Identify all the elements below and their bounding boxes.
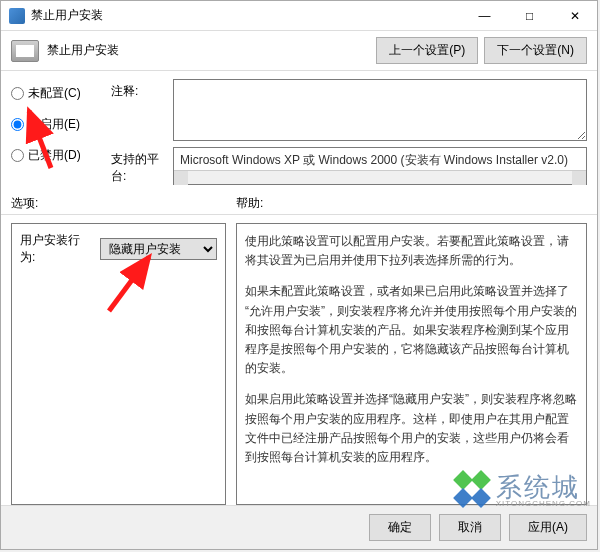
next-setting-button[interactable]: 下一个设置(N) xyxy=(484,37,587,64)
comment-row: 注释: xyxy=(111,79,587,141)
radio-enabled-label: 已启用(E) xyxy=(28,116,80,133)
watermark-en: XITONGCHENG.COM xyxy=(496,500,591,508)
titlebar: 禁止用户安装 — □ ✕ xyxy=(1,1,597,31)
help-header: 帮助: xyxy=(236,195,587,212)
close-button[interactable]: ✕ xyxy=(552,1,597,31)
behavior-row: 用户安装行为: 隐藏用户安装 xyxy=(20,232,217,266)
help-paragraph-3: 如果启用此策略设置并选择“隐藏用户安装”，则安装程序将忽略按照每个用户安装的应用… xyxy=(245,390,578,467)
platform-row: 支持的平台: Microsoft Windows XP 或 Windows 20… xyxy=(111,147,587,185)
radio-disabled[interactable]: 已禁用(D) xyxy=(11,147,111,164)
radio-disabled-label: 已禁用(D) xyxy=(28,147,81,164)
apply-button[interactable]: 应用(A) xyxy=(509,514,587,541)
behavior-label: 用户安装行为: xyxy=(20,232,94,266)
help-pane: 使用此策略设置可以配置用户安装。若要配置此策略设置，请将其设置为已启用并使用下拉… xyxy=(236,223,587,505)
window-title: 禁止用户安装 xyxy=(31,7,462,24)
ok-button[interactable]: 确定 xyxy=(369,514,431,541)
behavior-dropdown[interactable]: 隐藏用户安装 xyxy=(100,238,217,260)
top-section: 未配置(C) 已启用(E) 已禁用(D) 注释: 支持的平台: Microsof… xyxy=(1,71,597,189)
maximize-button[interactable]: □ xyxy=(507,1,552,31)
header-row: 禁止用户安装 上一个设置(P) 下一个设置(N) xyxy=(1,31,597,71)
comment-label: 注释: xyxy=(111,79,167,100)
state-radio-group: 未配置(C) 已启用(E) 已禁用(D) xyxy=(11,79,111,185)
radio-enabled[interactable]: 已启用(E) xyxy=(11,116,111,133)
columns-header: 选项: 帮助: xyxy=(1,189,597,214)
watermark-logo-icon xyxy=(452,471,492,511)
cancel-button[interactable]: 取消 xyxy=(439,514,501,541)
header-title: 禁止用户安装 xyxy=(47,42,370,59)
top-right-col: 注释: 支持的平台: Microsoft Windows XP 或 Window… xyxy=(111,79,587,185)
radio-not-configured-label: 未配置(C) xyxy=(28,85,81,102)
radio-disabled-input[interactable] xyxy=(11,149,24,162)
main-area: 用户安装行为: 隐藏用户安装 使用此策略设置可以配置用户安装。若要配置此策略设置… xyxy=(1,215,597,505)
watermark: 系统城 XITONGCHENG.COM xyxy=(452,471,591,511)
help-paragraph-1: 使用此策略设置可以配置用户安装。若要配置此策略设置，请将其设置为已启用并使用下拉… xyxy=(245,232,578,270)
platform-label: 支持的平台: xyxy=(111,147,167,185)
dialog-buttons: 确定 取消 应用(A) xyxy=(1,505,597,549)
radio-not-configured[interactable]: 未配置(C) xyxy=(11,85,111,102)
help-paragraph-2: 如果未配置此策略设置，或者如果已启用此策略设置并选择了“允许用户安装”，则安装程… xyxy=(245,282,578,378)
horizontal-scrollbar[interactable] xyxy=(174,170,586,184)
dialog-window: 禁止用户安装 — □ ✕ 禁止用户安装 上一个设置(P) 下一个设置(N) 未配… xyxy=(0,0,598,550)
options-header: 选项: xyxy=(11,195,236,212)
radio-enabled-input[interactable] xyxy=(11,118,24,131)
platform-value: Microsoft Windows XP 或 Windows 2000 (安装有… xyxy=(180,153,568,167)
app-icon xyxy=(9,8,25,24)
minimize-button[interactable]: — xyxy=(462,1,507,31)
window-controls: — □ ✕ xyxy=(462,1,597,31)
comment-textarea[interactable] xyxy=(173,79,587,141)
radio-not-configured-input[interactable] xyxy=(11,87,24,100)
platform-value-box: Microsoft Windows XP 或 Windows 2000 (安装有… xyxy=(173,147,587,185)
watermark-cn: 系统城 xyxy=(496,474,591,500)
previous-setting-button[interactable]: 上一个设置(P) xyxy=(376,37,478,64)
options-pane: 用户安装行为: 隐藏用户安装 xyxy=(11,223,226,505)
policy-icon xyxy=(11,40,39,62)
